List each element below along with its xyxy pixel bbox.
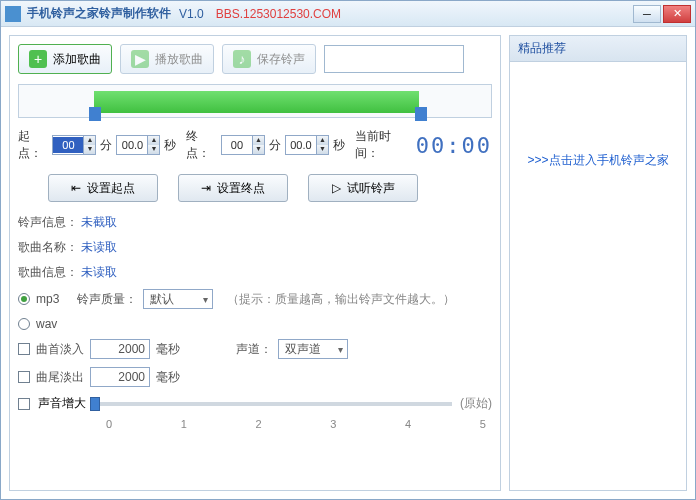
preview-play-icon: ▷: [332, 181, 341, 195]
song-info-label: 歌曲信息：: [18, 265, 78, 279]
channel-label: 声道：: [236, 341, 272, 358]
minimize-button[interactable]: ─: [633, 5, 661, 23]
ms-unit1: 毫秒: [156, 341, 180, 358]
spin-down-icon[interactable]: ▼: [316, 145, 328, 154]
end-label: 终点：: [186, 128, 216, 162]
spin-up-icon[interactable]: ▲: [252, 136, 264, 145]
channel-value: 双声道: [285, 341, 321, 358]
end-handle[interactable]: [415, 107, 427, 121]
ms-unit2: 毫秒: [156, 369, 180, 386]
spin-down-icon[interactable]: ▼: [252, 145, 264, 154]
volume-slider[interactable]: [94, 402, 452, 406]
spin-down-icon[interactable]: ▼: [83, 145, 95, 154]
min-unit2: 分: [269, 137, 281, 154]
song-name-value: 未读取: [81, 240, 117, 254]
side-link[interactable]: >>>点击进入手机铃声之家: [510, 62, 686, 259]
side-header: 精品推荐: [510, 36, 686, 62]
volume-ruler: 0 1 2 3 4 5: [106, 418, 486, 430]
preview-label: 试听铃声: [347, 180, 395, 197]
waveform-selection: [94, 91, 419, 113]
close-button[interactable]: ✕: [663, 5, 691, 23]
start-min-spinner[interactable]: 00 ▲▼: [52, 135, 96, 155]
ruler-tick: 2: [256, 418, 262, 430]
start-sec-value: 00.0: [117, 137, 147, 153]
mp3-label: mp3: [36, 292, 59, 306]
play-song-button[interactable]: ▶ 播放歌曲: [120, 44, 214, 74]
end-sec-spinner[interactable]: 00.0 ▲▼: [285, 135, 329, 155]
end-min-value: 00: [222, 137, 252, 153]
spin-up-icon[interactable]: ▲: [147, 136, 159, 145]
set-end-button[interactable]: ⇥ 设置终点: [178, 174, 288, 202]
search-input[interactable]: [324, 45, 464, 73]
fade-in-value: 2000: [118, 342, 145, 356]
start-handle[interactable]: [89, 107, 101, 121]
start-min-value: 00: [53, 137, 83, 153]
quality-label: 铃声质量：: [77, 291, 137, 308]
play-icon: ▶: [131, 50, 149, 68]
fade-out-checkbox[interactable]: [18, 371, 30, 383]
volume-orig-label: (原始): [460, 395, 492, 412]
side-panel: 精品推荐 >>>点击进入手机铃声之家: [509, 35, 687, 491]
end-min-spinner[interactable]: 00 ▲▼: [221, 135, 265, 155]
fade-out-input[interactable]: 2000: [90, 367, 150, 387]
quality-select[interactable]: 默认: [143, 289, 213, 309]
add-song-button[interactable]: + 添加歌曲: [18, 44, 112, 74]
wav-label: wav: [36, 317, 57, 331]
marker-start-icon: ⇤: [71, 181, 81, 195]
ring-info-label: 铃声信息：: [18, 215, 78, 229]
add-song-label: 添加歌曲: [53, 51, 101, 68]
quality-hint: （提示：质量越高，输出铃声文件越大。）: [227, 291, 455, 308]
song-info-value: 未读取: [81, 265, 117, 279]
app-icon: [5, 6, 21, 22]
digital-clock: 00:00: [416, 133, 492, 158]
volume-thumb[interactable]: [90, 397, 100, 411]
spin-up-icon[interactable]: ▲: [316, 136, 328, 145]
ring-info-value: 未截取: [81, 215, 117, 229]
start-label: 起点：: [18, 128, 48, 162]
fade-in-label: 曲首淡入: [36, 341, 84, 358]
min-unit: 分: [100, 137, 112, 154]
ruler-tick: 4: [405, 418, 411, 430]
version-label: V1.0: [179, 7, 204, 21]
note-icon: ♪: [233, 50, 251, 68]
fade-out-value: 2000: [118, 370, 145, 384]
waveform-track[interactable]: [18, 84, 492, 118]
ruler-tick: 3: [330, 418, 336, 430]
start-sec-spinner[interactable]: 00.0 ▲▼: [116, 135, 160, 155]
save-ringtone-label: 保存铃声: [257, 51, 305, 68]
ruler-tick: 0: [106, 418, 112, 430]
set-start-button[interactable]: ⇤ 设置起点: [48, 174, 158, 202]
sec-unit2: 秒: [333, 137, 345, 154]
channel-select[interactable]: 双声道: [278, 339, 348, 359]
volume-boost-label: 声音增大: [38, 395, 86, 412]
set-end-label: 设置终点: [217, 180, 265, 197]
spin-up-icon[interactable]: ▲: [83, 136, 95, 145]
spin-down-icon[interactable]: ▼: [147, 145, 159, 154]
quality-value: 默认: [150, 291, 174, 308]
marker-end-icon: ⇥: [201, 181, 211, 195]
main-panel: + 添加歌曲 ▶ 播放歌曲 ♪ 保存铃声 起点：: [9, 35, 501, 491]
end-sec-value: 00.0: [286, 137, 316, 153]
preview-button[interactable]: ▷ 试听铃声: [308, 174, 418, 202]
window-title: 手机铃声之家铃声制作软件: [27, 5, 171, 22]
ruler-tick: 1: [181, 418, 187, 430]
fade-out-label: 曲尾淡出: [36, 369, 84, 386]
mp3-radio[interactable]: [18, 293, 30, 305]
wav-radio[interactable]: [18, 318, 30, 330]
play-song-label: 播放歌曲: [155, 51, 203, 68]
song-name-label: 歌曲名称：: [18, 240, 78, 254]
titlebar: 手机铃声之家铃声制作软件 V1.0 BBS.1253012530.COM ─ ✕: [1, 1, 695, 27]
fade-in-checkbox[interactable]: [18, 343, 30, 355]
volume-boost-checkbox[interactable]: [18, 398, 30, 410]
ruler-tick: 5: [480, 418, 486, 430]
fade-in-input[interactable]: 2000: [90, 339, 150, 359]
sec-unit: 秒: [164, 137, 176, 154]
bbs-url: BBS.1253012530.COM: [216, 7, 341, 21]
save-ringtone-button[interactable]: ♪ 保存铃声: [222, 44, 316, 74]
plus-icon: +: [29, 50, 47, 68]
current-time-label: 当前时间：: [355, 128, 406, 162]
set-start-label: 设置起点: [87, 180, 135, 197]
